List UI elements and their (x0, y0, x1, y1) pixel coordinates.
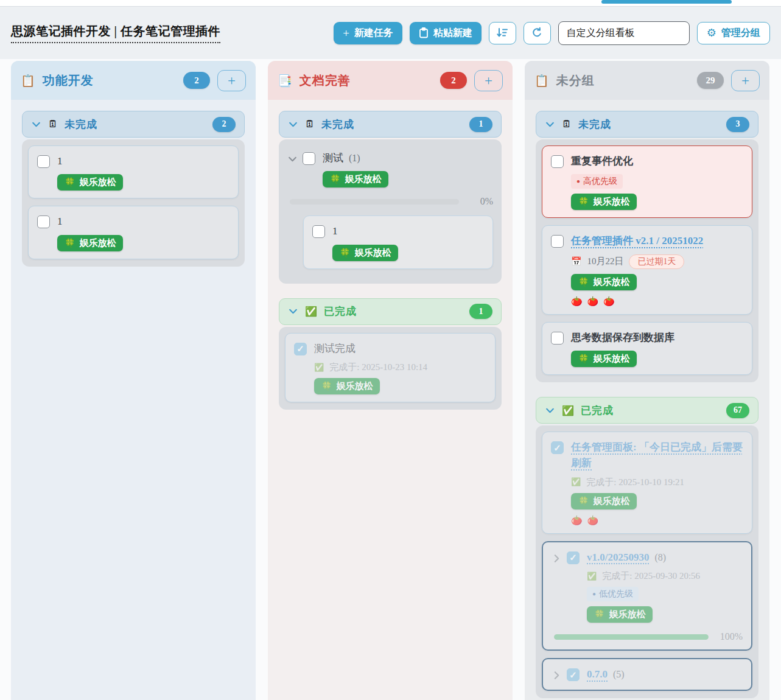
section-count-badge: 1 (469, 304, 492, 319)
section-header-done[interactable]: ✅ 已完成 1 (279, 298, 502, 325)
task-card[interactable]: 1 🍀娱乐放松 (28, 206, 239, 259)
progress-label: 0% (459, 196, 493, 207)
section-title: 已完成 (324, 304, 357, 318)
task-card-high-priority[interactable]: 重复事件优化 ●高优先级 🍀娱乐放松 (542, 145, 752, 218)
chevron-down-icon[interactable] (287, 154, 298, 164)
clover-icon: 🍀 (330, 174, 340, 184)
done-check-icon: ✅ (314, 363, 324, 373)
task-title-link[interactable]: 0.7.0 (587, 668, 608, 680)
task-card[interactable]: 任务管理插件 v2.1 / 20251022 📅 10月22日 已过期1天 🍀娱… (542, 225, 752, 314)
clipboard-icon: 📋 (21, 74, 35, 88)
chevron-down-icon (288, 119, 298, 130)
column-title: 功能开发 (43, 72, 94, 89)
section-body: 重复事件优化 ●高优先级 🍀娱乐放松 任务管理插件 v2.1 / 2025102… (536, 139, 758, 382)
chevron-right-icon[interactable] (552, 553, 562, 564)
tag-badge: 🍀娱乐放松 (571, 194, 637, 210)
progress-label: 100% (709, 631, 743, 642)
task-card[interactable]: 1 🍀娱乐放松 (28, 145, 239, 198)
new-task-label: 新建任务 (354, 27, 393, 40)
clipboard-icon (419, 27, 429, 38)
task-title-link[interactable]: v1.0/20250930 (587, 551, 649, 563)
section-done: ✅ 已完成 67 任务管理面板: 「今日已完成」后需要刷新 ✅ 完成于: 202… (536, 397, 758, 698)
clover-icon: 🍀 (65, 238, 75, 248)
task-checkbox-checked[interactable] (294, 343, 307, 355)
task-checkbox-checked[interactable] (567, 551, 580, 564)
section-body: 测试 (1) 🍀娱乐放松 0% (279, 139, 502, 284)
task-checkbox[interactable] (37, 155, 50, 168)
task-title: 重复事件优化 (571, 155, 633, 167)
done-check-icon: ✅ (587, 572, 597, 581)
task-card-done-group[interactable]: 0.7.0 (5) (542, 658, 752, 691)
task-title-link[interactable]: 任务管理面板: 「今日已完成」后需要刷新 (571, 441, 743, 469)
task-card-done[interactable]: 任务管理面板: 「今日已完成」后需要刷新 ✅ 完成于: 2025-10-10 1… (542, 432, 752, 534)
sort-button[interactable] (489, 22, 516, 44)
done-at-text: 完成于: 2025-09-30 20:56 (602, 570, 700, 582)
section-header-todo[interactable]: 🗓 未完成 2 (22, 111, 245, 138)
subtask-card[interactable]: 1 🍀娱乐放松 (303, 215, 493, 268)
manage-groups-button[interactable]: ⚙ 管理分组 (697, 22, 770, 44)
task-checkbox-checked[interactable] (567, 668, 580, 681)
chevron-down-icon (31, 119, 41, 130)
task-checkbox[interactable] (312, 225, 325, 238)
calendar-pad-icon: 🗓 (48, 119, 58, 130)
column-title: 未分组 (556, 72, 595, 89)
section-title: 未完成 (578, 117, 611, 131)
new-task-button[interactable]: + 新建任务 (334, 22, 402, 44)
gear-icon: ⚙ (707, 27, 716, 38)
task-title-link[interactable]: 任务管理插件 v2.1 / 20251022 (571, 235, 703, 247)
section-todo: 🗓 未完成 3 重复事件优化 ●高优先级 (536, 111, 758, 382)
task-checkbox[interactable] (551, 332, 564, 345)
subtask-count: (1) (349, 153, 360, 163)
task-title: 1 (332, 225, 338, 237)
task-checkbox[interactable] (551, 155, 564, 168)
add-task-button[interactable]: + (474, 70, 503, 91)
progress-row: 100% (554, 631, 743, 642)
top-accent-bar (601, 0, 732, 4)
column-title: 文档完善 (299, 72, 351, 89)
add-task-button[interactable]: + (731, 70, 760, 91)
task-checkbox[interactable] (551, 235, 564, 248)
done-at-text: 完成于: 2025-10-23 10:14 (329, 362, 427, 373)
tag-badge: 🍀娱乐放松 (323, 171, 388, 187)
board-view-select[interactable]: 自定义分组看板 (558, 21, 690, 45)
chevron-right-icon[interactable] (552, 670, 562, 681)
bookmark-tabs-icon: 📑 (278, 74, 292, 88)
section-title: 未完成 (65, 117, 97, 131)
calendar-icon: 📅 (571, 256, 581, 267)
board-view-value: 自定义分组看板 (567, 27, 635, 40)
add-task-button[interactable]: + (217, 70, 246, 91)
clover-icon: 🍀 (578, 197, 589, 207)
column-count-badge: 2 (183, 72, 210, 89)
column-count-badge: 29 (697, 72, 724, 89)
section-title: 已完成 (581, 404, 614, 418)
tag-badge: 🍀娱乐放松 (571, 274, 637, 290)
due-date: 10月22日 (587, 256, 623, 267)
clover-icon: 🍀 (578, 354, 589, 364)
refresh-button[interactable] (524, 22, 551, 44)
task-checkbox[interactable] (303, 152, 315, 165)
paste-new-button[interactable]: 粘贴新建 (410, 22, 482, 44)
done-at-text: 完成于: 2025-10-10 19:21 (586, 477, 684, 488)
task-card-parent[interactable]: 测试 (1) 🍀娱乐放松 0% (285, 145, 496, 276)
column-header: 📋 功能开发 2 + (11, 61, 256, 100)
section-count-badge: 3 (726, 117, 749, 132)
page-title[interactable]: 思源笔记插件开发 | 任务笔记管理插件 (11, 23, 220, 43)
section-header-todo[interactable]: 🗓 未完成 1 (279, 111, 502, 138)
overdue-badge: 已过期1天 (629, 254, 684, 269)
check-icon: ✅ (562, 405, 574, 416)
task-checkbox-checked[interactable] (551, 441, 564, 454)
section-count-badge: 1 (469, 117, 492, 132)
section-body: 任务管理面板: 「今日已完成」后需要刷新 ✅ 完成于: 2025-10-10 1… (536, 425, 758, 698)
section-header-todo[interactable]: 🗓 未完成 3 (536, 111, 758, 138)
task-card[interactable]: 思考数据保存到数据库 🍀娱乐放松 (542, 322, 752, 375)
section-header-done[interactable]: ✅ 已完成 67 (536, 397, 758, 424)
section-count-badge: 2 (212, 117, 236, 132)
tag-badge: 🍀娱乐放松 (314, 378, 380, 394)
task-checkbox[interactable] (37, 215, 50, 228)
subtask-count: (5) (613, 669, 625, 679)
kanban-column-docs: 📑 文档完善 2 + 🗓 未完成 1 (268, 61, 513, 700)
calendar-pad-icon: 🗓 (305, 119, 315, 130)
task-card-done[interactable]: 测试完成 ✅ 完成于: 2025-10-23 10:14 🍀娱乐放松 (285, 333, 496, 402)
task-card-done-group[interactable]: v1.0/20250930 (8) ✅ 完成于: 2025-09-30 20:5… (542, 541, 752, 651)
kanban-board: 📋 功能开发 2 + 🗓 未完成 2 1 (11, 61, 769, 700)
